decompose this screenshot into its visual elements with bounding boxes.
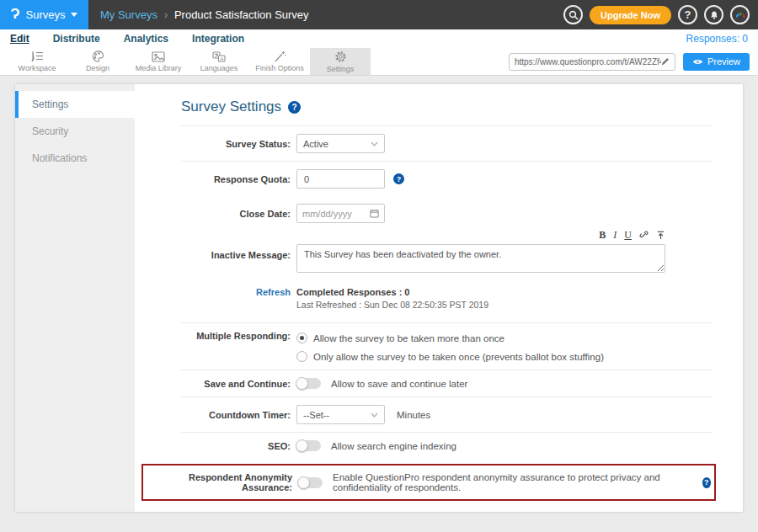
svg-text:A: A <box>220 56 223 61</box>
toolbar-media-library[interactable]: Media Library <box>128 48 189 75</box>
survey-nav-tabs: Edit Distribute Analytics Integration Re… <box>0 29 758 48</box>
survey-status-row: Survey Status: Active <box>152 126 713 161</box>
settings-sidebar: Settings Security Notifications <box>15 84 135 512</box>
refresh-row: Refresh Completed Responses : 0 Last Ref… <box>152 284 713 317</box>
response-quota-input[interactable] <box>296 169 385 189</box>
license-gauge-button[interactable] <box>730 5 750 24</box>
richtext-toolbar: B I U <box>296 229 665 242</box>
edit-url-button[interactable] <box>661 57 670 66</box>
close-date-label: Close Date: <box>152 209 291 219</box>
respondent-anonymity-toggle[interactable] <box>298 477 323 488</box>
sidebar-item-notifications[interactable]: Notifications <box>15 145 135 172</box>
countdown-timer-suffix: Minutes <box>397 410 430 420</box>
toolbar-finish-options[interactable]: Finish Options <box>249 48 310 75</box>
surveys-product-menu[interactable]: Ɂ Surveys <box>0 0 88 29</box>
notifications-button[interactable] <box>704 5 723 24</box>
tab-analytics[interactable]: Analytics <box>124 33 168 45</box>
completed-responses-text: Completed Responses : 0 <box>296 287 488 297</box>
survey-settings-help-icon[interactable]: ? <box>288 101 301 114</box>
breadcrumb-separator: › <box>164 9 168 21</box>
inactive-message-row: Inactive Message: B I U <box>152 231 713 284</box>
question-mark-icon: ? <box>685 8 691 21</box>
preview-button[interactable]: Preview <box>683 53 750 71</box>
tab-distribute[interactable]: Distribute <box>53 33 100 45</box>
seo-toggle[interactable] <box>296 440 321 451</box>
chevron-down-icon <box>71 13 77 17</box>
toolbar-settings-label: Settings <box>327 65 355 73</box>
survey-url-text: https://www.questionpro.com/t/AW22Zf4yf <box>515 57 661 66</box>
response-quota-row: Response Quota: ? <box>152 162 713 196</box>
sidebar-item-settings[interactable]: Settings <box>15 91 135 118</box>
page-title-row: Survey Settings ? <box>181 98 713 115</box>
image-icon <box>152 51 165 62</box>
respondent-anonymity-description: Enable QuestionPro respondent anonymity … <box>333 472 697 492</box>
toolbar-workspace[interactable]: Workspace <box>7 48 67 75</box>
toolbar-media-library-label: Media Library <box>136 64 182 72</box>
edit-toolbar: Workspace Design Media Library A Languag… <box>0 48 758 76</box>
italic-button[interactable]: I <box>613 229 617 242</box>
tab-integration[interactable]: Integration <box>192 33 244 45</box>
settings-card: Settings Security Notifications Survey S… <box>15 84 743 512</box>
calendar-icon <box>370 209 379 218</box>
toolbar-spacer <box>371 48 509 75</box>
respondent-anonymity-help-icon[interactable]: ? <box>702 477 711 488</box>
radio-selected-icon <box>296 332 307 343</box>
image-upload-button[interactable] <box>656 231 665 240</box>
responses-count[interactable]: Responses: 0 <box>686 33 748 45</box>
radio-option-once-only[interactable]: Only allow the survey to be taken once (… <box>296 351 604 362</box>
breadcrumb-survey-title: Product Satisfaction Survey <box>174 8 309 21</box>
close-date-row: Close Date: mm/dd/yyyy <box>152 196 713 231</box>
toolbar-design[interactable]: Design <box>67 48 128 75</box>
bell-icon <box>709 10 719 20</box>
link-button[interactable] <box>639 231 649 240</box>
bold-button[interactable]: B <box>599 229 606 242</box>
survey-status-value: Active <box>303 139 328 149</box>
topbar-actions: Upgrade Now ? <box>563 5 750 24</box>
gear-icon <box>334 51 347 63</box>
response-quota-help-icon[interactable]: ? <box>393 173 404 184</box>
radio-option-label: Allow the survey to be taken more than o… <box>313 333 504 343</box>
response-quota-label: Response Quota: <box>152 174 291 184</box>
save-and-continue-row: Save and Continue: Allow to save and con… <box>152 370 713 396</box>
underline-button[interactable]: U <box>624 229 632 242</box>
search-button[interactable] <box>563 5 583 24</box>
survey-url-box[interactable]: https://www.questionpro.com/t/AW22Zf4yf <box>509 53 675 71</box>
survey-status-label: Survey Status: <box>152 139 291 149</box>
survey-status-select[interactable]: Active <box>296 134 385 153</box>
multiple-responding-label: Multiple Responding: <box>152 331 291 341</box>
toggle-knob <box>297 476 310 489</box>
countdown-timer-label: Countdown Timer: <box>152 410 291 420</box>
toolbar-languages[interactable]: A Languages <box>189 48 249 75</box>
toolbar-settings[interactable]: Settings <box>310 48 371 75</box>
close-date-input[interactable]: mm/dd/yyyy <box>296 204 385 223</box>
countdown-timer-select[interactable]: --Set-- <box>296 405 385 424</box>
inactive-message-label: Inactive Message: <box>152 250 291 260</box>
product-menu-label: Surveys <box>26 8 66 21</box>
tab-edit[interactable]: Edit <box>10 33 29 45</box>
breadcrumb-my-surveys[interactable]: My Surveys <box>100 8 157 21</box>
magic-wand-icon <box>274 51 286 62</box>
refresh-link[interactable]: Refresh <box>256 287 291 297</box>
seo-description: Allow search engine indexing <box>331 441 456 451</box>
toolbar-languages-label: Languages <box>200 64 238 72</box>
questionpro-logo-icon: Ɂ <box>11 6 20 23</box>
radio-option-multiple-allowed[interactable]: Allow the survey to be taken more than o… <box>296 332 604 343</box>
seo-label: SEO: <box>152 441 291 451</box>
help-button[interactable]: ? <box>678 5 697 24</box>
chevron-down-icon <box>371 412 378 418</box>
save-and-continue-label: Save and Continue: <box>152 379 291 389</box>
gauge-icon <box>734 10 746 20</box>
multiple-responding-row: Multiple Responding: Allow the survey to… <box>152 323 713 370</box>
survey-settings-form: Survey Settings ? Survey Status: Active … <box>135 84 743 512</box>
sidebar-item-security[interactable]: Security <box>15 118 135 145</box>
inactive-message-textarea[interactable]: This Survey has been deactivated by the … <box>296 244 665 273</box>
upgrade-now-button[interactable]: Upgrade Now <box>590 6 671 24</box>
countdown-timer-value: --Set-- <box>303 410 329 420</box>
save-and-continue-toggle[interactable] <box>296 378 321 389</box>
palette-icon <box>92 51 104 62</box>
workspace-icon <box>30 51 44 62</box>
toolbar-workspace-label: Workspace <box>19 64 56 72</box>
seo-row: SEO: Allow search engine indexing <box>152 433 713 459</box>
radio-option-label: Only allow the survey to be taken once (… <box>313 352 604 362</box>
preview-button-label: Preview <box>707 56 740 66</box>
